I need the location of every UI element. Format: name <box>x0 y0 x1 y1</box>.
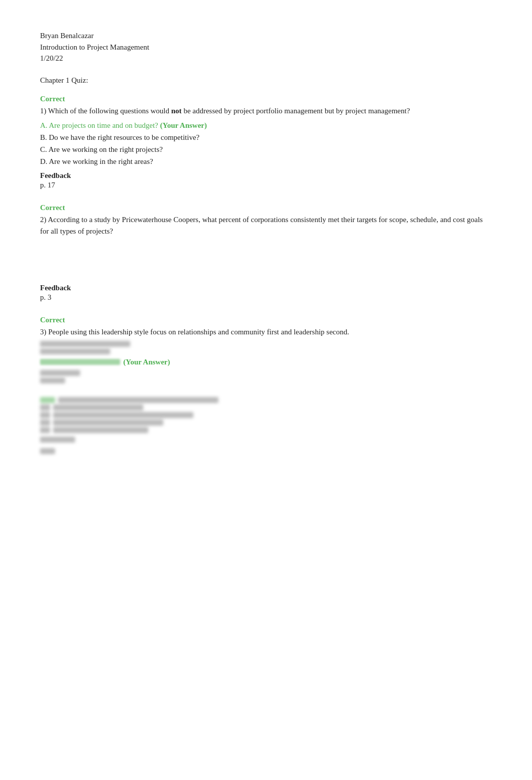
q2-answer-spacer <box>40 240 492 280</box>
author-name: Bryan Benalcazar <box>40 30 492 42</box>
q3-option-e-blurred <box>40 377 492 383</box>
q1-feedback-value: p. 17 <box>40 181 492 189</box>
course-name: Introduction to Project Management <box>40 42 492 53</box>
q3-option-b-blurred <box>40 348 492 354</box>
q3-option-d-blurred <box>40 370 492 376</box>
q2-feedback-label: Feedback <box>40 284 492 292</box>
question-1-block: Correct 1) Which of the following questi… <box>40 95 492 190</box>
q1-option-a: A. Are projects on time and on budget? (… <box>40 119 492 131</box>
chapter-title: Chapter 1 Quiz: <box>40 76 492 85</box>
question-3-block: Correct 3) People using this leadership … <box>40 316 492 456</box>
q1-option-b: B. Do we have the right resources to be … <box>40 131 492 143</box>
q1-option-c: C. Are we working on the right projects? <box>40 143 492 155</box>
q3-your-answer-label: (Your Answer) <box>123 356 170 369</box>
document-date: 1/20/22 <box>40 53 492 64</box>
q3-options: (Your Answer) <box>40 341 492 384</box>
q3-text: 3) People using this leadership style fo… <box>40 326 492 338</box>
q1-feedback-label: Feedback <box>40 171 492 180</box>
q1-status: Correct <box>40 95 492 103</box>
q1-text-after: be addressed by project portfolio manage… <box>182 107 410 115</box>
q3-option-a-blurred <box>40 341 492 347</box>
q3-extra-blurred <box>40 397 492 456</box>
q1-option-d: D. Are we working in the right areas? <box>40 155 492 167</box>
q1-text-before: 1) Which of the following questions woul… <box>40 107 171 115</box>
q3-status: Correct <box>40 316 492 324</box>
q1-text: 1) Which of the following questions woul… <box>40 105 492 117</box>
question-2-block: Correct 2) According to a study by Price… <box>40 204 492 302</box>
q1-your-answer-label: (Your Answer) <box>160 121 207 129</box>
document-header: Bryan Benalcazar Introduction to Project… <box>40 30 492 64</box>
q3-option-c-blurred: (Your Answer) <box>40 356 492 369</box>
q2-text: 2) According to a study by Pricewaterhou… <box>40 214 492 237</box>
q1-bold-word: not <box>171 107 182 115</box>
q2-status: Correct <box>40 204 492 212</box>
q2-feedback-value: p. 3 <box>40 293 492 302</box>
